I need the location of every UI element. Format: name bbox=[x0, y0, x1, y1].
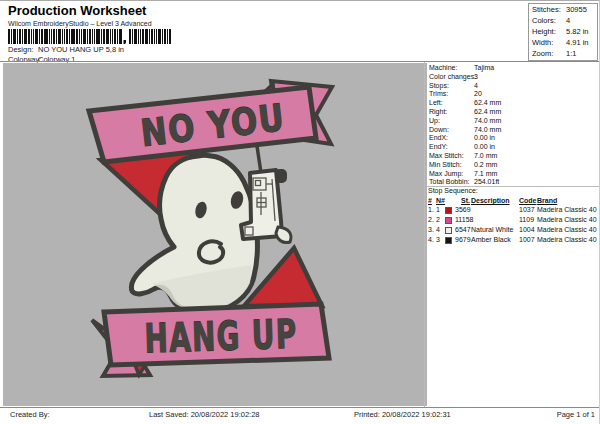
summary-zoom: Zoom:1:1 bbox=[529, 48, 597, 59]
color-swatch bbox=[445, 207, 452, 214]
stop-sequence-title: Stop Sequence: bbox=[428, 187, 478, 194]
stop-row: 3. 4 6547 Natural White 1004 Madeira Cla… bbox=[428, 225, 598, 235]
phone-antenna bbox=[257, 146, 261, 173]
footer-page-number: Page 1 of 1 bbox=[557, 410, 595, 419]
footer-created-by: Created By: bbox=[10, 410, 50, 419]
banner-bottom-text-group: HANG UP bbox=[144, 311, 298, 361]
machine-row: Max Jump:7.1 mm bbox=[429, 170, 600, 179]
stop-row: 4. 3 9679 Amber Black 1007 Madeira Class… bbox=[428, 235, 598, 245]
color-swatch bbox=[445, 227, 452, 234]
app-subtitle: Wilcom EmbroideryStudio – Level 3 Advanc… bbox=[8, 20, 152, 27]
machine-row: Left:62.4 mm bbox=[429, 99, 600, 108]
footer-printed: Printed: 20/08/2022 19:02:31 bbox=[354, 410, 451, 419]
design-label: Design: bbox=[8, 45, 33, 54]
machine-row: Up:74.0 mm bbox=[429, 117, 600, 126]
machine-row: Max Stitch:7.0 mm bbox=[429, 152, 600, 161]
footer-last-saved: Last Saved: 20/08/2022 19:02:28 bbox=[149, 410, 260, 419]
production-worksheet-page: Production Worksheet Wilcom EmbroiderySt… bbox=[0, 0, 600, 424]
design-canvas: NO YOU HANG UP bbox=[3, 63, 427, 406]
barcode bbox=[8, 29, 173, 44]
barcode-bars bbox=[8, 29, 171, 44]
summary-height: Height:5.82 in bbox=[529, 26, 597, 37]
machine-row: Right:62.4 mm bbox=[429, 108, 600, 117]
machine-row: Color changes:3 bbox=[429, 73, 600, 82]
machine-row: Down:74.0 mm bbox=[429, 126, 600, 135]
ghost-hand-front bbox=[276, 227, 291, 243]
machine-row: EndX:0.00 in bbox=[429, 134, 600, 143]
color-swatch bbox=[445, 217, 452, 224]
footer-separator bbox=[0, 407, 600, 408]
embroidery-design: NO YOU HANG UP bbox=[3, 63, 427, 406]
summary-width: Width:4.91 in bbox=[529, 37, 597, 48]
stop-row: 2. 2 11158 1109 Madeira Classic 40 bbox=[428, 215, 598, 225]
stop-sequence-table: # N# St. Description Code Brand 1. 1 356… bbox=[428, 196, 598, 245]
machine-row: Stops:4 bbox=[429, 82, 600, 91]
banner-bottom-text: HANG UP bbox=[144, 311, 298, 361]
machine-row: Min Stitch:0.2 mm bbox=[429, 161, 600, 170]
machine-row: Machine:Tajima bbox=[429, 64, 600, 73]
machine-row: EndY:0.00 in bbox=[429, 143, 600, 152]
machine-row: Trims:20 bbox=[429, 90, 600, 99]
summary-stitches: Stitches:30955 bbox=[529, 4, 597, 15]
design-summary-box: Stitches:30955 Colors:4 Height:5.82 in W… bbox=[528, 3, 598, 61]
machine-rows: Machine:Tajima Color changes:3 Stops:4 T… bbox=[425, 62, 600, 187]
stop-row: 1. 1 3569 1037 Madeira Classic 40 bbox=[428, 205, 598, 215]
color-swatch bbox=[445, 237, 452, 244]
design-name: NO YOU HANG UP 5,8 in bbox=[38, 45, 124, 54]
page-title: Production Worksheet bbox=[8, 3, 146, 18]
stop-sequence-header: # N# St. Description Code Brand bbox=[428, 196, 598, 205]
summary-colors: Colors:4 bbox=[529, 15, 597, 26]
